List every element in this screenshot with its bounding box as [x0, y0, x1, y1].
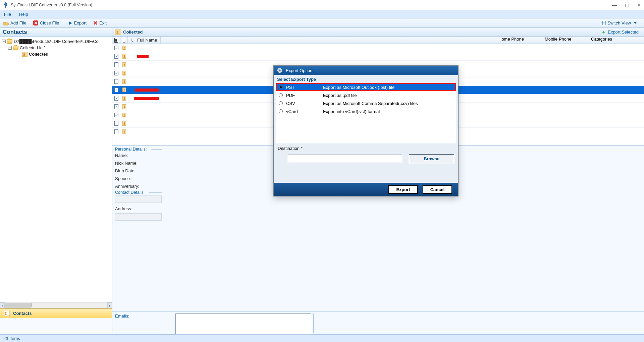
browse-button[interactable]: Browse — [409, 154, 454, 163]
table-row[interactable] — [112, 128, 161, 136]
select-export-type-label: Select Export Type — [274, 75, 458, 83]
row-checkbox[interactable] — [114, 54, 118, 59]
svg-point-28 — [124, 114, 125, 115]
svg-rect-1 — [601, 21, 606, 25]
close-file-button[interactable]: Close File — [30, 18, 63, 27]
collapse-icon[interactable]: − — [2, 40, 6, 43]
tree-root[interactable]: − D:\████\Products\LDIF Converter\LDIF\C… — [2, 38, 110, 45]
close-button[interactable]: ✕ — [637, 2, 641, 8]
export-label: Export — [74, 20, 87, 25]
contact-card-icon — [120, 71, 128, 75]
table-row[interactable] — [112, 103, 161, 111]
contacts-tab[interactable]: Contacts — [0, 308, 112, 318]
export-option-pdf[interactable]: PDFExport as .pdf file — [276, 91, 456, 99]
add-file-button[interactable]: Add File — [0, 18, 30, 27]
layout-icon — [601, 21, 606, 25]
tree-file-label: Collected.ldif — [20, 45, 45, 50]
export-confirm-button[interactable]: Export — [388, 185, 418, 194]
scroll-right-icon[interactable]: ▸ — [107, 302, 112, 308]
row-checkbox[interactable] — [114, 104, 118, 109]
row-checkbox[interactable] — [114, 88, 118, 92]
row-checkbox[interactable] — [114, 46, 118, 50]
export-type-list: PSTExport as Microsoft Outlook (.pst) fi… — [276, 83, 456, 143]
menu-help[interactable]: Help — [15, 12, 32, 17]
required-asterisk: * — [301, 146, 303, 151]
scroll-thumb[interactable] — [5, 303, 32, 307]
table-row[interactable] — [112, 44, 161, 52]
tree-file[interactable]: − Collected.ldif — [2, 45, 110, 51]
export-option-name: PST — [286, 85, 323, 90]
menu-file[interactable]: File — [0, 12, 15, 17]
col-fullname[interactable]: Full Name — [135, 37, 161, 44]
export-selected-button[interactable]: Export Selected — [598, 30, 641, 35]
svg-point-18 — [124, 72, 125, 73]
table-row[interactable] — [161, 52, 644, 61]
row-checkbox[interactable] — [114, 71, 118, 75]
center-title: Collected — [123, 30, 143, 35]
destination-input[interactable] — [288, 155, 402, 163]
cancel-button[interactable]: Cancel — [423, 185, 452, 194]
switch-view-label: Switch View — [607, 20, 631, 25]
row-checkbox[interactable] — [114, 62, 118, 67]
export-option-pst[interactable]: PSTExport as Microsoft Outlook (.pst) fi… — [276, 83, 456, 91]
table-row[interactable] — [112, 77, 161, 86]
table-row[interactable] — [112, 61, 161, 69]
col-check[interactable] — [112, 37, 120, 44]
v-separator — [313, 314, 314, 333]
table-row[interactable] — [112, 111, 161, 119]
collapse-icon[interactable]: − — [8, 46, 12, 50]
field-address: Address: — [115, 205, 162, 213]
toolbar: Add File Close File Export Exit Switch V… — [0, 18, 644, 28]
table-row[interactable] — [112, 86, 161, 94]
svg-point-16 — [124, 64, 125, 65]
export-button[interactable]: Export — [65, 18, 90, 27]
row-checkbox[interactable] — [114, 79, 118, 84]
radio-icon[interactable] — [279, 93, 283, 97]
header-checkbox[interactable] — [114, 38, 118, 43]
contacts-tab-label: Contacts — [13, 311, 32, 316]
col-homephone[interactable]: Home Phone — [498, 37, 545, 44]
grid-rows — [112, 44, 161, 136]
redacted-text — [134, 97, 159, 100]
row-checkbox[interactable] — [114, 121, 118, 126]
row-checkbox[interactable] — [114, 129, 118, 134]
col-mobilephone[interactable]: Mobile Phone — [545, 37, 591, 44]
table-row[interactable] — [112, 94, 161, 103]
dialog-footer: Export Cancel — [274, 183, 458, 196]
folder-tree[interactable]: − D:\████\Products\LDIF Converter\LDIF\C… — [0, 37, 112, 302]
row-checkbox[interactable] — [114, 96, 118, 101]
switch-view-button[interactable]: Switch View — [597, 20, 640, 25]
field-name: Name: — [115, 152, 162, 159]
radio-icon[interactable] — [279, 101, 283, 105]
add-file-label: Add File — [10, 20, 26, 25]
export-option-desc: Export as .pdf file — [323, 93, 357, 98]
maximize-button[interactable]: ▢ — [625, 2, 629, 8]
radio-icon[interactable] — [279, 109, 283, 113]
folder-open-icon — [3, 21, 9, 25]
toolbar-separator — [64, 20, 64, 26]
x-icon — [93, 21, 98, 25]
table-row[interactable] — [112, 52, 161, 61]
table-row[interactable] — [161, 44, 644, 52]
svg-point-20 — [124, 80, 125, 82]
exit-button[interactable]: Exit — [90, 18, 110, 27]
minimize-button[interactable]: — — [612, 2, 617, 8]
table-row[interactable] — [112, 69, 161, 77]
contact-card-icon — [120, 104, 128, 109]
scroll-left-icon[interactable]: ◂ — [0, 302, 5, 308]
tree-h-scrollbar[interactable]: ◂ ▸ — [0, 302, 112, 308]
radio-icon[interactable] — [279, 85, 283, 89]
col-categories[interactable]: Categories — [591, 37, 638, 44]
contact-details-title: Contact Details: — [115, 190, 162, 195]
export-option-csv[interactable]: CSVExport as Microsoft Comma Separated(.… — [276, 99, 456, 107]
row-checkbox[interactable] — [114, 113, 118, 117]
folder-icon — [7, 39, 12, 44]
dialog-titlebar[interactable]: Export Option — [274, 66, 458, 75]
table-row[interactable] — [112, 119, 161, 128]
col-attachment — [128, 37, 135, 44]
field-birth: Birth Date: — [115, 167, 162, 175]
export-option-vcard[interactable]: vCardExport into vCard(.vcf) format — [276, 107, 456, 115]
tree-collected[interactable]: Collected — [2, 51, 110, 57]
menubar: File Help — [0, 10, 644, 18]
field-nick: Nick Name: — [115, 159, 162, 167]
